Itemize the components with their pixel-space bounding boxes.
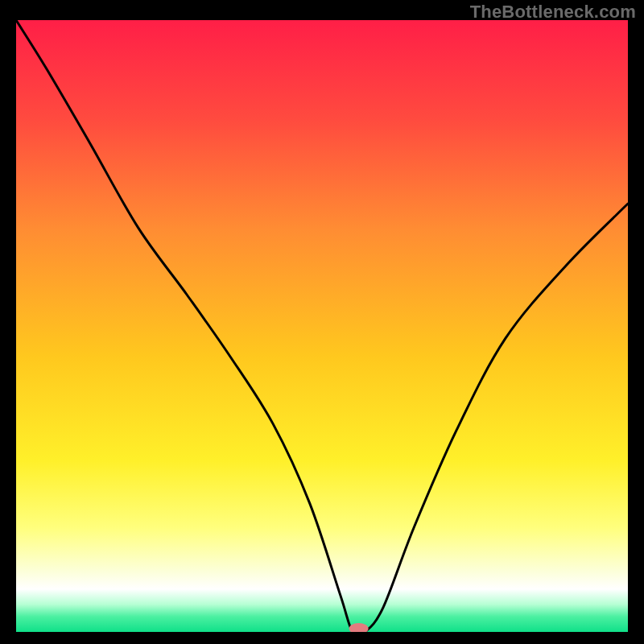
plot-area <box>16 20 628 632</box>
chart-frame: TheBottleneck.com <box>0 0 644 644</box>
bottleneck-chart <box>16 20 628 632</box>
watermark-text: TheBottleneck.com <box>470 2 636 23</box>
